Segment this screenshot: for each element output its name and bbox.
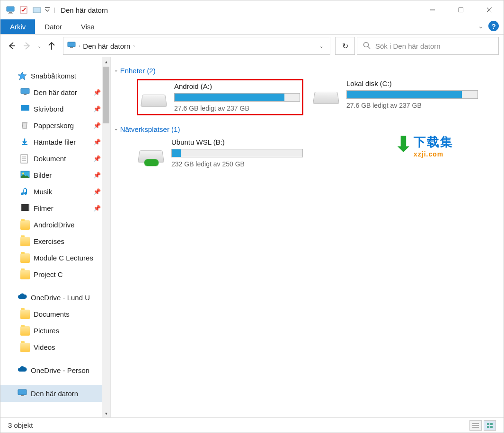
folder-icon	[20, 253, 30, 263]
doc-icon	[20, 154, 30, 164]
pc-icon	[67, 42, 76, 51]
svg-point-15	[364, 42, 369, 47]
pin-icon: 📌	[93, 122, 101, 129]
svg-rect-20	[21, 105, 29, 111]
sidebar-item[interactable]: Musik📌	[0, 183, 110, 200]
address-dropdown-icon[interactable]: ⌄	[313, 43, 330, 49]
sidebar-item[interactable]: Den här dator📌	[0, 84, 110, 101]
scroll-thumb[interactable]	[103, 67, 109, 123]
drive-name: Ubuntu WSL (B:)	[171, 138, 303, 146]
refresh-button[interactable]: ↻	[335, 37, 355, 55]
pc-icon[interactable]	[4, 4, 17, 16]
sidebar-item[interactable]: Papperskorg📌	[0, 117, 110, 134]
window-title: Den här datorn	[61, 6, 108, 14]
scroll-down-icon[interactable]: ▾	[105, 409, 107, 417]
svg-rect-40	[490, 426, 493, 428]
sidebar-item-label: Filmer	[34, 204, 53, 212]
sidebar-item[interactable]: Videos	[0, 339, 110, 355]
sidebar-onedrive[interactable]: OneDrive - Lund U	[0, 289, 110, 306]
drive-item[interactable]: Android (A:)27.6 GB ledigt av 237 GB	[137, 79, 303, 115]
sidebar-item[interactable]: Project C	[0, 266, 110, 283]
drive-name: Android (A:)	[174, 82, 300, 90]
details-view-icon[interactable]	[469, 420, 482, 431]
svg-line-16	[368, 46, 371, 49]
sidebar-item-label: OneDrive - Lund U	[31, 294, 90, 302]
sidebar-item[interactable]: Exercises	[0, 233, 110, 250]
pin-icon: 📌	[93, 89, 101, 96]
sidebar-item[interactable]: AndroidDrive	[0, 216, 110, 233]
sidebar-item[interactable]: Module C Lectures	[0, 250, 110, 266]
drive-item[interactable]: Lokal disk (C:)27.6 GB ledigt av 237 GB	[312, 79, 478, 115]
close-button[interactable]	[475, 0, 504, 19]
sidebar-onedrive-personal[interactable]: OneDrive - Person	[0, 362, 110, 379]
title-bar: | Den här datorn	[0, 0, 504, 19]
status-text: 3 objekt	[8, 421, 33, 429]
tab-view[interactable]: Visa	[71, 19, 104, 34]
search-input[interactable]	[375, 42, 498, 50]
section-devices[interactable]: › Enheter (2)	[115, 67, 499, 75]
svg-rect-13	[68, 42, 75, 47]
drive-free-text: 27.6 GB ledigt av 237 GB	[346, 102, 478, 109]
drive-item[interactable]: Ubuntu WSL (B:)232 GB ledigt av 250 GB	[137, 138, 303, 168]
tab-computer[interactable]: Dator	[35, 19, 71, 34]
svg-rect-4	[33, 8, 41, 13]
forward-button[interactable]	[20, 39, 34, 52]
drive-free-text: 27.6 GB ledigt av 237 GB	[174, 104, 300, 112]
sidebar-item[interactable]: Skrivbord📌	[0, 101, 110, 117]
svg-rect-39	[487, 426, 489, 428]
sidebar-item-label: Project C	[34, 270, 63, 278]
chevron-right-icon[interactable]: ›	[79, 43, 80, 49]
new-folder-icon[interactable]	[31, 4, 43, 16]
trash-icon	[20, 121, 30, 130]
tab-file[interactable]: Arkiv	[0, 19, 35, 34]
scroll-up-icon[interactable]: ▴	[105, 57, 107, 66]
sidebar-item-label: AndroidDrive	[34, 221, 75, 229]
history-dropdown-icon[interactable]: ⌄	[35, 39, 43, 52]
sidebar-quick-access[interactable]: Snabbåtkomst	[0, 68, 110, 84]
minimize-button[interactable]	[418, 0, 447, 19]
breadcrumb[interactable]: Den här datorn	[83, 42, 130, 50]
svg-rect-30	[21, 204, 22, 211]
sidebar-this-pc[interactable]: Den här datorn	[0, 385, 110, 402]
maximize-button[interactable]	[447, 0, 475, 19]
folder-icon	[20, 237, 30, 246]
back-button[interactable]	[5, 39, 18, 52]
pin-icon: 📌	[93, 172, 101, 179]
up-button[interactable]	[45, 39, 58, 52]
sidebar-item-label: Den här datorn	[31, 390, 78, 398]
folder-icon	[20, 270, 30, 279]
sidebar-item[interactable]: Bilder📌	[0, 167, 110, 183]
help-icon[interactable]: ?	[488, 21, 499, 31]
sidebar-item-label: Pictures	[34, 327, 59, 335]
sidebar-item-label: Documents	[34, 310, 70, 318]
search-box[interactable]	[357, 37, 499, 55]
folder-icon	[20, 220, 30, 230]
content-pane: › Enheter (2) Android (A:)27.6 GB ledigt…	[111, 57, 504, 417]
svg-rect-33	[21, 395, 24, 396]
props-icon[interactable]	[18, 4, 30, 16]
svg-rect-32	[18, 390, 27, 395]
pin-icon: 📌	[93, 155, 101, 162]
sidebar-item[interactable]: Dokument📌	[0, 150, 110, 167]
picture-icon	[20, 171, 30, 180]
scrollbar[interactable]: ▴ ▾	[102, 57, 110, 417]
qat-dropdown-icon[interactable]	[44, 4, 51, 16]
sidebar-item[interactable]: Hämtade filer📌	[0, 134, 110, 150]
ribbon-expand-icon[interactable]: ⌄	[478, 22, 484, 30]
sidebar-item[interactable]: Pictures	[0, 322, 110, 339]
svg-marker-17	[18, 72, 27, 80]
chevron-right-icon[interactable]: ›	[133, 43, 134, 49]
sidebar-item-label: Snabbåtkomst	[31, 72, 76, 80]
sidebar-item-label: Dokument	[34, 155, 66, 163]
section-network[interactable]: › Nätverksplatser (1)	[115, 125, 499, 133]
address-bar[interactable]: › Den här datorn › ⌄	[63, 37, 330, 55]
sidebar-item-label: Skrivbord	[34, 105, 63, 113]
drive-usage-bar	[171, 149, 303, 157]
sidebar-item[interactable]: Filmer📌	[0, 200, 110, 216]
sidebar-item-label: Musik	[34, 188, 52, 196]
icons-view-icon[interactable]	[484, 420, 496, 431]
svg-rect-5	[45, 7, 50, 8]
pin-icon: 📌	[93, 139, 101, 146]
pc-icon	[18, 389, 27, 398]
sidebar-item[interactable]: Documents	[0, 306, 110, 322]
